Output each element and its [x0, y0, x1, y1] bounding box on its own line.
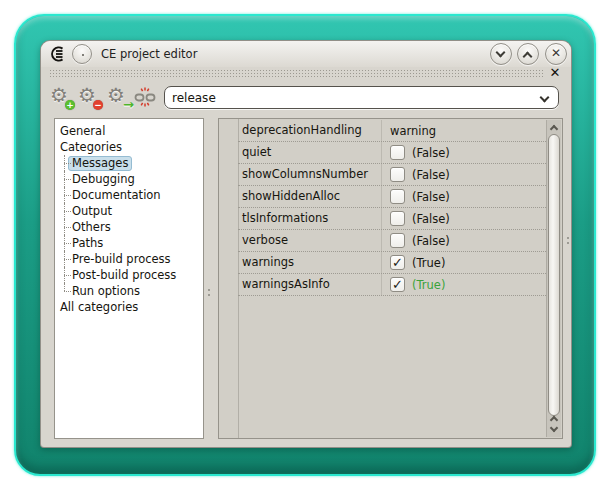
- sidebar-item-label: Debugging: [72, 171, 135, 187]
- sidebar-item[interactable]: Debugging: [55, 171, 203, 187]
- sidebar-item-label: Documentation: [72, 187, 161, 203]
- property-value-cell: ✓(True): [382, 274, 546, 295]
- sidebar-item-label: Paths: [72, 235, 103, 251]
- export-configuration-button[interactable]: ⚙ →: [107, 85, 131, 109]
- plus-badge-icon: +: [65, 100, 75, 110]
- window-menu-button[interactable]: [72, 44, 92, 64]
- property-name: showColumnsNumber: [238, 164, 382, 185]
- property-row[interactable]: warnings✓(True): [238, 252, 546, 274]
- vertical-scrollbar[interactable]: [546, 120, 561, 437]
- checkbox[interactable]: ✓: [390, 211, 405, 226]
- property-row[interactable]: tlsInformations✓(False): [238, 208, 546, 230]
- sidebar-item-label: Post-build process: [72, 267, 176, 283]
- property-row[interactable]: verbose✓(False): [238, 230, 546, 252]
- checkmark-icon: ✓: [392, 255, 403, 270]
- sidebar-item-label: Output: [72, 203, 112, 219]
- sidebar-item[interactable]: Post-build process: [55, 267, 203, 283]
- category-tree: GeneralCategoriesMessagesDebuggingDocume…: [54, 118, 204, 439]
- chevron-up-icon: [550, 125, 558, 133]
- property-value-cell: ✓(False): [382, 230, 546, 251]
- project-editor-window: CE project editor ✕ ✕ ⚙ + ⚙ − ⚙ → releas…: [40, 40, 572, 448]
- property-row[interactable]: showHiddenAlloc✓(False): [238, 186, 546, 208]
- property-row[interactable]: warningsAsInfo✓(True): [238, 274, 546, 296]
- sidebar-item[interactable]: Run options: [55, 283, 203, 299]
- property-value-cell: ✓(False): [382, 186, 546, 207]
- sidebar-item-label: Pre-build process: [72, 251, 171, 267]
- chevron-down-icon: [540, 93, 550, 103]
- sidebar-item[interactable]: Pre-build process: [55, 251, 203, 267]
- window-title: CE project editor: [101, 47, 197, 61]
- sidebar-item[interactable]: Others: [55, 219, 203, 235]
- property-row[interactable]: showColumnsNumber✓(False): [238, 164, 546, 186]
- property-table: deprecationHandlingwarningquiet✓(False)s…: [238, 120, 546, 296]
- property-row[interactable]: deprecationHandlingwarning: [238, 120, 546, 142]
- dock-close-button[interactable]: ✕: [547, 65, 563, 81]
- sidebar-item[interactable]: General: [55, 123, 203, 139]
- sidebar-item[interactable]: Documentation: [55, 187, 203, 203]
- splitter-handle[interactable]: [208, 289, 210, 291]
- close-icon: ✕: [546, 46, 566, 60]
- property-value: (True): [412, 278, 445, 292]
- scroll-up-button[interactable]: [547, 122, 561, 134]
- property-name: showHiddenAlloc: [238, 186, 382, 207]
- splitter-handle[interactable]: [208, 294, 210, 296]
- chevron-down-icon: [496, 48, 506, 58]
- add-configuration-button[interactable]: ⚙ +: [50, 85, 74, 109]
- scrollbar-thumb[interactable]: [548, 134, 560, 416]
- property-value: (False): [412, 212, 450, 226]
- chevron-up-icon: [523, 52, 533, 62]
- checkbox[interactable]: ✓: [390, 255, 405, 270]
- property-name: quiet: [238, 142, 382, 163]
- property-value-cell: ✓(True): [382, 252, 546, 273]
- checkbox[interactable]: ✓: [390, 145, 405, 160]
- edge-grip[interactable]: [567, 237, 569, 239]
- maximize-button[interactable]: [517, 43, 539, 65]
- checkbox[interactable]: ✓: [390, 167, 405, 182]
- property-row[interactable]: quiet✓(False): [238, 142, 546, 164]
- scroll-down-button[interactable]: [550, 424, 558, 432]
- property-value-cell: ✓(False): [382, 208, 546, 229]
- property-value: (False): [412, 146, 450, 160]
- checkbox[interactable]: ✓: [390, 233, 405, 248]
- close-button[interactable]: ✕: [545, 43, 567, 65]
- unlink-configuration-button[interactable]: [133, 85, 157, 109]
- property-name: verbose: [238, 230, 382, 251]
- property-value-cell: ✓(False): [382, 142, 546, 163]
- property-value: (True): [412, 256, 445, 270]
- sidebar-item[interactable]: All categories: [55, 299, 203, 315]
- remove-configuration-button[interactable]: ⚙ −: [78, 85, 102, 109]
- sidebar-item-label: Categories: [60, 139, 122, 155]
- app-logo-icon[interactable]: [49, 45, 67, 63]
- configuration-select-value: release: [172, 91, 216, 105]
- sidebar-item[interactable]: Output: [55, 203, 203, 219]
- sidebar-item-label: All categories: [60, 299, 138, 315]
- property-value: (False): [412, 234, 450, 248]
- property-value-cell: warning: [382, 120, 546, 141]
- property-value-cell: ✓(False): [382, 164, 546, 185]
- checkbox[interactable]: ✓: [390, 189, 405, 204]
- sidebar-item-label: General: [60, 123, 105, 139]
- broken-link-icon: [133, 85, 157, 109]
- sidebar-item[interactable]: Paths: [55, 235, 203, 251]
- checkbox[interactable]: ✓: [390, 277, 405, 292]
- property-name: warningsAsInfo: [238, 274, 382, 295]
- sidebar-item-label: Others: [72, 219, 111, 235]
- sidebar-item-label: Messages: [68, 156, 132, 171]
- property-name: warnings: [238, 252, 382, 273]
- titlebar[interactable]: CE project editor ✕: [41, 41, 571, 67]
- property-value: warning: [390, 124, 436, 138]
- property-panel: deprecationHandlingwarningquiet✓(False)s…: [218, 118, 563, 439]
- property-value: (False): [412, 190, 450, 204]
- minus-badge-icon: −: [93, 100, 103, 110]
- sidebar-item[interactable]: Messages: [55, 155, 203, 171]
- sidebar-item[interactable]: Categories: [55, 139, 203, 155]
- edge-grip[interactable]: [567, 242, 569, 244]
- property-name: tlsInformations: [238, 208, 382, 229]
- sidebar-item-label: Run options: [72, 283, 140, 299]
- checkmark-icon: ✓: [392, 277, 403, 292]
- dock-handle[interactable]: [49, 69, 543, 79]
- property-name: deprecationHandling: [238, 120, 382, 141]
- configuration-select[interactable]: release: [164, 86, 559, 109]
- property-value: (False): [412, 168, 450, 182]
- shade-button[interactable]: [490, 43, 512, 65]
